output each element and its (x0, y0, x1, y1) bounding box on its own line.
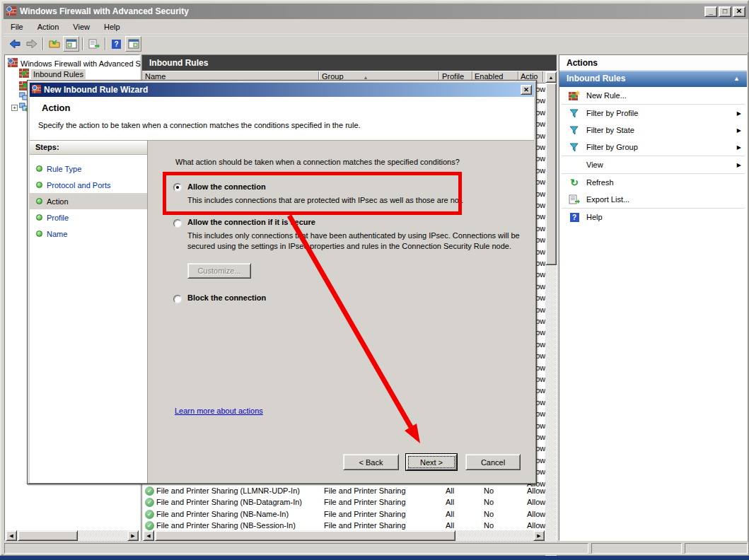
hscroll-thumb[interactable] (155, 530, 455, 541)
scroll-up-icon[interactable]: ▲ (545, 71, 557, 83)
back-icon[interactable] (6, 36, 23, 52)
row-cell: File and Printer Sharing (324, 510, 406, 518)
step-bullet-icon (36, 182, 42, 188)
forward-icon[interactable] (23, 36, 40, 52)
window-titlebar: Windows Firewall with Advanced Security … (4, 4, 748, 19)
row-cell: All (446, 498, 454, 506)
table-row[interactable]: ✓File and Printer Sharing (NB-Datagram-I… (142, 497, 542, 509)
scroll-right-icon[interactable]: ▶ (533, 530, 545, 541)
action-item-new-rule[interactable]: ✱New Rule... (559, 87, 747, 104)
help-icon[interactable]: ? (108, 36, 124, 52)
step-name[interactable]: Name (30, 226, 147, 242)
wizard-description: Specify the action to be taken when a co… (38, 121, 361, 129)
column-divider (542, 71, 544, 82)
desktop-edge (0, 556, 749, 560)
row-cell: Allow (527, 521, 545, 530)
radio-allow-the-connection-if-it-is-secure[interactable] (173, 219, 182, 228)
learn-more-link[interactable]: Learn more about actions (175, 407, 263, 415)
firewall-root-icon (8, 58, 18, 69)
hscroll-thumb[interactable] (18, 530, 78, 541)
action-item-label: Export List... (586, 195, 629, 204)
filter-icon (568, 126, 581, 135)
rules-panel-header: Inbound Rules (142, 55, 557, 71)
row-cell: File and Printer Sharing (LLMNR-UDP-In) (156, 486, 300, 495)
action-item-export-list[interactable]: Export List... (559, 191, 747, 208)
action-item-label: Filter by State (586, 126, 634, 134)
vscroll-thumb[interactable] (545, 83, 557, 265)
action-item-help[interactable]: ?Help (559, 209, 747, 226)
actions-section-inbound-rules[interactable]: Inbound Rules ▲ (559, 71, 747, 87)
tree-root[interactable]: Windows Firewall with Advanced S (8, 58, 141, 69)
console-window-icon[interactable] (63, 36, 79, 52)
tree-horizontal-scrollbar[interactable]: ◀▶ (6, 530, 139, 541)
submenu-arrow-icon: ▶ (737, 144, 741, 151)
action-item-label: Filter by Group (586, 143, 638, 151)
submenu-arrow-icon: ▶ (737, 110, 741, 117)
action-item-label: New Rule... (586, 91, 627, 100)
tree-item-inbound-rules[interactable]: Inbound Rules (19, 69, 86, 79)
scroll-left-icon[interactable]: ◀ (6, 530, 17, 541)
action-item-label: Help (586, 213, 603, 221)
step-label: Action (47, 197, 69, 206)
step-bullet-icon (36, 198, 42, 204)
submenu-arrow-icon: ▶ (737, 162, 741, 168)
minimize-icon[interactable]: _ (704, 6, 717, 17)
next-button[interactable]: Next > (406, 454, 457, 470)
toolbar: ? (4, 35, 748, 52)
wizard-titlebar: New Inbound Rule Wizard ✕ (30, 83, 534, 97)
show-console-tree-icon[interactable] (46, 36, 62, 52)
rules-horizontal-scrollbar[interactable]: ◀▶ (143, 530, 545, 541)
actions-pane: Actions Inbound Rules ▲ ✱New Rule...Filt… (559, 54, 748, 541)
action-item-filter-by-group[interactable]: Filter by Group▶ (559, 139, 747, 156)
allow-check-icon: ✓ (145, 486, 154, 496)
row-cell: No (484, 486, 494, 495)
close-icon[interactable]: ✕ (733, 6, 745, 17)
menu-view[interactable]: View (66, 21, 97, 33)
submenu-arrow-icon: ▶ (737, 127, 741, 134)
row-cell: File and Printer Sharing (NB-Datagram-In… (156, 498, 302, 506)
action-item-refresh[interactable]: ↻Refresh (559, 174, 747, 191)
menu-file[interactable]: File (4, 21, 30, 33)
action-item-filter-by-profile[interactable]: Filter by Profile▶ (559, 105, 747, 122)
step-label: Profile (47, 214, 69, 222)
tree-root-label: Windows Firewall with Advanced S (21, 59, 141, 68)
close-icon[interactable]: ✕ (521, 85, 532, 95)
table-row[interactable]: ✓File and Printer Sharing (LLMNR-UDP-In)… (142, 486, 542, 498)
row-cell: File and Printer Sharing (NB-Session-In) (156, 521, 296, 530)
option-label: Block the connection (187, 293, 266, 302)
cancel-button[interactable]: Cancel (465, 454, 521, 470)
window-title: Windows Firewall with Advanced Security (20, 6, 703, 16)
step-profile[interactable]: Profile (30, 209, 147, 226)
export-list-icon[interactable] (86, 36, 102, 52)
step-action[interactable]: Action (30, 193, 147, 209)
allow-check-icon: ✓ (145, 498, 154, 507)
step-bullet-icon (36, 231, 42, 237)
maximize-icon[interactable]: □ (719, 6, 731, 17)
row-cell: Allow (527, 510, 545, 518)
scroll-right-icon[interactable]: ▶ (127, 530, 139, 541)
tree-expand-icon[interactable]: + (11, 105, 18, 111)
table-row[interactable]: ✓File and Printer Sharing (NB-Name-In)Fi… (142, 509, 542, 521)
rules-vertical-scrollbar[interactable]: ▲▼ (545, 71, 557, 560)
option-description: This includes only connections that have… (187, 231, 530, 252)
option-label: Allow the connection if it is secure (187, 218, 315, 226)
chevron-up-icon[interactable]: ▲ (733, 71, 740, 87)
step-protocol-and-ports[interactable]: Protocol and Ports (30, 177, 147, 193)
step-rule-type[interactable]: Rule Type (30, 161, 147, 177)
radio-block-the-connection[interactable] (173, 295, 182, 303)
show-action-pane-icon[interactable] (125, 36, 141, 52)
steps-header: Steps: (30, 141, 147, 155)
scroll-left-icon[interactable]: ◀ (143, 530, 154, 541)
action-item-filter-by-state[interactable]: Filter by State▶ (559, 122, 747, 139)
new-inbound-rule-wizard-dialog: New Inbound Rule Wizard ✕ Action Specify… (27, 80, 537, 484)
action-item-label: Refresh (586, 178, 614, 187)
action-item-view[interactable]: View▶ (559, 156, 747, 173)
back-button[interactable]: < Back (343, 454, 399, 470)
step-bullet-icon (36, 214, 42, 221)
menu-action[interactable]: Action (30, 21, 66, 33)
menu-help[interactable]: Help (97, 21, 127, 33)
allow-check-icon: ✓ (145, 521, 154, 530)
annotation-highlight-box (163, 172, 462, 215)
toolbar-separator (42, 37, 44, 50)
actions-pane-title: Actions (559, 55, 747, 71)
